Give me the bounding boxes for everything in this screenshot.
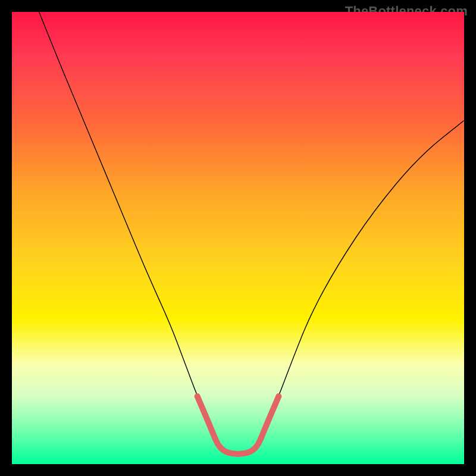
chart-stage: TheBottleneck.com: [0, 0, 476, 476]
chart-svg: [12, 12, 464, 464]
plot-area: [12, 12, 464, 464]
bottleneck-curve: [39, 12, 464, 454]
highlight-band: [198, 396, 279, 454]
